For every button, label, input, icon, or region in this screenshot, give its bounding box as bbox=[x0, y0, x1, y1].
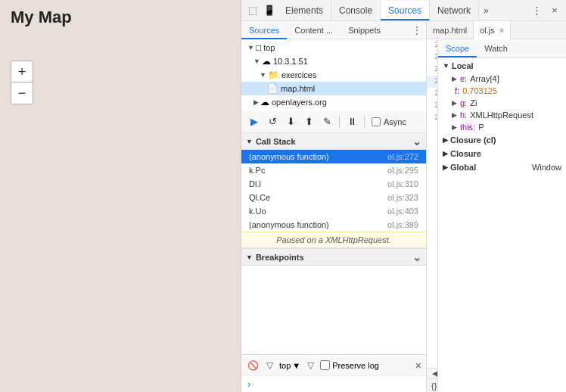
console-input[interactable] bbox=[253, 379, 420, 390]
scope-item-this[interactable]: ▶ this: P bbox=[438, 121, 566, 133]
line-num-269: 269 bbox=[427, 39, 437, 51]
sources-sub-tabs: Sources Content ... Snippets ⋮ bbox=[241, 21, 426, 39]
scope-local-header[interactable]: ▼ Local bbox=[438, 59, 566, 73]
line-num-273: 273 bbox=[427, 88, 437, 100]
breakpoints-arrow: ▼ bbox=[246, 254, 253, 261]
console-filter-button[interactable]: ▽ bbox=[263, 359, 276, 372]
icon-server: ☁ bbox=[262, 56, 271, 67]
icon-top: □ bbox=[256, 42, 261, 53]
arrow-openlayers: ▶ bbox=[253, 98, 259, 106]
scope-item-e-arrow[interactable]: ▶ bbox=[452, 75, 457, 82]
status-bar: {} Line 272, Column 904 ⇌ bbox=[427, 378, 437, 392]
step-over-button[interactable]: ↺ bbox=[264, 114, 281, 130]
console-filter2-button[interactable]: ▽ bbox=[303, 359, 317, 372]
scope-val-f: 0.703125 bbox=[462, 86, 497, 95]
scope-global-header[interactable]: ▶ Global Window bbox=[438, 160, 566, 174]
call-item-3[interactable]: Ql.Ce ol.js:323 bbox=[241, 191, 426, 204]
close-devtools-button[interactable]: × bbox=[546, 2, 563, 19]
pause-button[interactable]: ⏸ bbox=[344, 114, 360, 130]
scope-item-g[interactable]: ▶ g: Zi bbox=[438, 97, 566, 109]
file-tab-maphtml[interactable]: map.html bbox=[427, 21, 474, 39]
source-lines[interactable]: 269 270 271 272 al(th bbox=[427, 39, 437, 368]
devtools-top-toolbar: ⬚ 📱 Elements Console Sources Network » ⋮… bbox=[241, 0, 566, 21]
scope-item-h[interactable]: ▶ h: XMLHttpRequest bbox=[438, 109, 566, 121]
scope-val-e: Array[4] bbox=[470, 74, 499, 83]
console-clear-button[interactable]: 🚫 bbox=[246, 359, 260, 372]
call-item-5[interactable]: (anonymous function) ol.js:389 bbox=[241, 218, 426, 232]
scope-key-e: e: bbox=[460, 74, 467, 83]
zoom-in-button[interactable]: + bbox=[11, 61, 33, 82]
scope-item-h-arrow[interactable]: ▶ bbox=[452, 111, 457, 119]
file-tab-maphtml-label: map.html bbox=[433, 26, 467, 35]
scope-tab-scope[interactable]: Scope bbox=[438, 39, 477, 58]
device-button[interactable]: 📱 bbox=[261, 2, 278, 19]
tree-item-top[interactable]: ▼ □ top bbox=[241, 41, 426, 54]
callstack-header[interactable]: ▼ Call Stack ⌄ bbox=[241, 133, 426, 150]
toolbar-right: ⋮ × bbox=[528, 2, 563, 19]
callstack-scroll[interactable]: ⌄ bbox=[412, 135, 421, 148]
arrow-exercices: ▼ bbox=[260, 71, 266, 79]
tab-network[interactable]: Network bbox=[430, 1, 479, 20]
file-tab-oljs[interactable]: ol.js × bbox=[474, 21, 511, 39]
console-close-button[interactable]: × bbox=[415, 359, 421, 372]
debug-toolbar: ▶ ↺ ⬇ ⬆ ✎ ⏸ Async bbox=[241, 110, 426, 133]
subtab-snippets[interactable]: Snippets bbox=[341, 21, 388, 39]
tree-item-exercices[interactable]: ▼ 📁 exercices bbox=[241, 68, 426, 82]
subtab-more[interactable]: ⋮ bbox=[408, 25, 426, 36]
scope-closure-cl-header[interactable]: ▶ Closure (cl) bbox=[438, 133, 566, 147]
debug-sep bbox=[339, 116, 340, 128]
breakpoints-header[interactable]: ▼ Breakpoints ⌄ bbox=[241, 249, 426, 266]
scope-tab-watch[interactable]: Watch bbox=[477, 39, 515, 58]
preserve-checkbox[interactable] bbox=[320, 360, 330, 370]
tab-sources[interactable]: Sources bbox=[381, 1, 430, 20]
scope-item-this-arrow[interactable]: ▶ bbox=[452, 123, 457, 131]
async-checkbox[interactable] bbox=[372, 117, 381, 126]
zoom-out-button[interactable]: − bbox=[11, 82, 33, 104]
breakpoints-scroll[interactable]: ⌄ bbox=[412, 251, 421, 263]
scope-key-g: g: bbox=[460, 98, 467, 107]
tree-item-server[interactable]: ▼ ☁ 10.3.1.51 bbox=[241, 54, 426, 68]
file-tab-oljs-close[interactable]: × bbox=[499, 26, 504, 35]
scope-item-e[interactable]: ▶ e: Array[4] bbox=[438, 73, 566, 85]
call-item-2[interactable]: Dl.l ol.js:310 bbox=[241, 177, 426, 191]
file-tab-oljs-label: ol.js bbox=[480, 26, 495, 35]
icon-maphtml: 📄 bbox=[267, 83, 278, 94]
call-item-1[interactable]: k.Pc ol.js:295 bbox=[241, 163, 426, 177]
step-out-button[interactable]: ⬆ bbox=[300, 114, 317, 130]
scope-key-f: f: bbox=[455, 86, 459, 95]
step-into-button[interactable]: ⬇ bbox=[282, 114, 299, 130]
arrow-top: ▼ bbox=[247, 44, 254, 51]
breakpoints-title: Breakpoints bbox=[256, 253, 304, 262]
format-icon[interactable]: {} bbox=[431, 381, 437, 390]
tree-item-openlayers[interactable]: ▶ ☁ openlayers.org bbox=[241, 95, 426, 109]
more-tabs-button[interactable]: » bbox=[479, 5, 493, 16]
subtab-content[interactable]: Content ... bbox=[287, 21, 341, 39]
call-loc-3: ol.js:323 bbox=[387, 193, 418, 202]
line-num-272: 272 bbox=[427, 76, 437, 88]
context-select[interactable]: top ▼ bbox=[279, 361, 300, 370]
inspect-button[interactable]: ⬚ bbox=[244, 2, 261, 19]
scope-item-g-arrow[interactable]: ▶ bbox=[452, 99, 457, 107]
blackbox-button[interactable]: ✎ bbox=[319, 114, 335, 130]
settings-button[interactable]: ⋮ bbox=[528, 2, 545, 19]
call-item-0[interactable]: (anonymous function) ol.js:272 bbox=[241, 150, 426, 163]
tree-item-maphtml[interactable]: 📄 map.html bbox=[241, 82, 426, 95]
source-scope-split: 269 270 271 272 al(th bbox=[427, 39, 566, 392]
tab-elements[interactable]: Elements bbox=[278, 1, 331, 20]
scroll-left[interactable]: ◀ bbox=[430, 369, 437, 378]
preserve-label: Preserve log bbox=[320, 360, 379, 370]
call-name-0: (anonymous function) bbox=[249, 152, 329, 161]
resume-button[interactable]: ▶ bbox=[246, 114, 263, 130]
label-server: 10.3.1.51 bbox=[273, 57, 308, 66]
scope-closure-header[interactable]: ▶ Closure bbox=[438, 147, 566, 160]
main-tabs: Elements Console Sources Network » bbox=[278, 0, 493, 20]
label-openlayers: openlayers.org bbox=[272, 98, 327, 107]
call-loc-2: ol.js:310 bbox=[387, 179, 418, 188]
subtab-sources[interactable]: Sources bbox=[241, 21, 287, 39]
call-item-4[interactable]: k.Uo ol.js:403 bbox=[241, 204, 426, 218]
call-name-2: Dl.l bbox=[249, 179, 261, 188]
scope-key-this: this: bbox=[460, 123, 475, 132]
tab-console[interactable]: Console bbox=[331, 1, 381, 20]
scope-val-h: XMLHttpRequest bbox=[470, 110, 533, 120]
scope-val-g: Zi bbox=[470, 98, 477, 107]
